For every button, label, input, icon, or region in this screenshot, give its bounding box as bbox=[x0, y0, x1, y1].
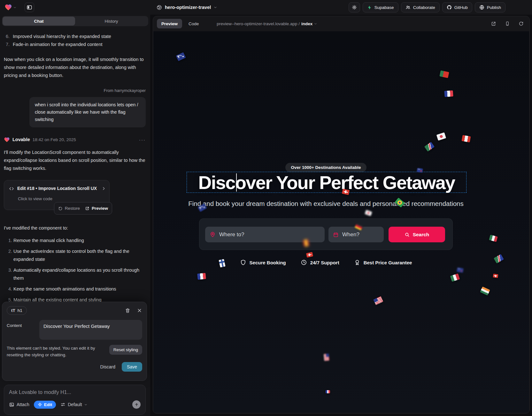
location-pin-icon bbox=[210, 231, 216, 238]
sidebar-panel-icon bbox=[27, 4, 32, 10]
editor-note: This element can't be styled. You can ed… bbox=[7, 345, 109, 358]
editor-header: tT h1 bbox=[7, 306, 142, 315]
list-item-text: Fade-in animation for the expanded conte… bbox=[13, 41, 103, 49]
chat-sidebar: Chat History 6. Improved visual hierarch… bbox=[0, 15, 150, 416]
save-button[interactable]: Save bbox=[122, 362, 142, 372]
top-bar: hero-optimizer-travel Supabase bbox=[0, 0, 532, 15]
image-icon bbox=[9, 402, 14, 407]
lovable-heart-icon bbox=[4, 4, 12, 11]
user-message-bubble: when i scroll into the individual locati… bbox=[29, 97, 146, 127]
supabase-bolt-icon bbox=[367, 5, 372, 10]
settings-button[interactable] bbox=[349, 2, 360, 12]
edit-mode-button[interactable]: Edit bbox=[34, 401, 56, 409]
typography-icon: tT bbox=[11, 308, 15, 313]
tab-code[interactable]: Code bbox=[184, 19, 203, 28]
refresh-icon[interactable] bbox=[519, 21, 524, 26]
content-textarea[interactable]: Discover Your Perfect Getaway bbox=[39, 320, 142, 340]
mode-label: Default bbox=[68, 402, 82, 407]
tab-chat[interactable]: Chat bbox=[3, 17, 75, 26]
url-host: preview--hero-optimizer-travel.lovable.a… bbox=[217, 21, 300, 26]
editor-actions: Discard Save bbox=[7, 362, 142, 372]
h1-selection-outline[interactable]: Discover Your Perfect Getaway bbox=[187, 172, 466, 193]
flag-pt-icon bbox=[439, 70, 449, 78]
message-timestamp: 18:42 on Feb 20, 2025 bbox=[33, 136, 76, 144]
flag-us-icon bbox=[373, 296, 383, 305]
composer-input[interactable]: Ask Lovable to modify H1... bbox=[9, 390, 141, 395]
sidebar-tabs: Chat History bbox=[2, 16, 148, 26]
chevron-down-icon bbox=[214, 6, 217, 9]
search-panel: Where to? When? Search bbox=[199, 218, 453, 250]
step-item: Keep the same smooth animations and tran… bbox=[13, 285, 146, 293]
preview-toolbar-icons bbox=[491, 21, 524, 26]
flag-au-icon bbox=[176, 52, 186, 61]
calendar-icon bbox=[333, 232, 339, 238]
assistant-paragraph: Now when you click on a location image, … bbox=[4, 56, 146, 79]
mode-selector[interactable]: Default bbox=[60, 402, 87, 407]
chat-scroll-area[interactable]: 6. Improved visual hierarchy in the expa… bbox=[4, 29, 146, 302]
content-label: Content bbox=[7, 320, 35, 340]
destinations-badge-wrap: Over 1000+ Destinations Available bbox=[153, 163, 498, 172]
chevron-right-icon bbox=[102, 186, 106, 191]
close-icon[interactable] bbox=[137, 308, 142, 313]
where-placeholder: Where to? bbox=[219, 231, 244, 238]
supabase-button[interactable]: Supabase bbox=[363, 2, 398, 12]
project-switcher[interactable]: hero-optimizer-travel bbox=[157, 0, 217, 15]
feature-label: Best Price Guarantee bbox=[364, 260, 412, 265]
send-button[interactable] bbox=[132, 400, 141, 409]
lovable-app-window: hero-optimizer-travel Supabase bbox=[0, 0, 532, 416]
assistant-message-header: Lovable 18:42 on Feb 20, 2025 ··· bbox=[4, 136, 146, 144]
mobile-view-icon[interactable] bbox=[505, 21, 510, 26]
step-item: Automatically expand/collapse locations … bbox=[13, 266, 146, 282]
github-button[interactable]: GitHub bbox=[442, 2, 472, 12]
edit-card-title: Edit #18 • Improve Location Scroll UX bbox=[17, 185, 97, 193]
assistant-name: Lovable bbox=[12, 136, 30, 144]
destinations-badge: Over 1000+ Destinations Available bbox=[285, 163, 366, 172]
feature-support: 24/7 Support bbox=[301, 259, 339, 266]
flag-za-icon bbox=[424, 142, 435, 151]
restore-button[interactable]: Restore bbox=[58, 204, 80, 212]
list-item-text: Improved visual hierarchy in the expande… bbox=[13, 33, 111, 41]
list-item-number: 7. bbox=[4, 41, 10, 49]
restore-icon bbox=[58, 206, 63, 211]
flag-fr-icon bbox=[326, 390, 330, 393]
chat-composer: Ask Lovable to modify H1... Attach Edit bbox=[4, 385, 146, 415]
search-button[interactable]: Search bbox=[389, 227, 445, 242]
assistant-paragraph: I'll modify the LocationScroll component… bbox=[4, 148, 146, 172]
open-external-icon[interactable] bbox=[491, 21, 496, 26]
arrow-up-icon bbox=[135, 403, 139, 407]
reset-styling-button[interactable]: Reset styling bbox=[109, 345, 142, 355]
flag-fr-icon bbox=[444, 90, 453, 97]
attach-button[interactable]: Attach bbox=[9, 402, 29, 407]
discard-button[interactable]: Discard bbox=[100, 364, 115, 369]
collaborate-button[interactable]: Collaborate bbox=[401, 2, 440, 12]
tab-history[interactable]: History bbox=[75, 17, 148, 26]
tab-preview[interactable]: Preview bbox=[157, 19, 182, 28]
flag-mx-icon bbox=[489, 235, 498, 242]
restore-preview-toolbar: Restore Preview bbox=[54, 202, 112, 215]
edit-version-card[interactable]: Edit #18 • Improve Location Scroll UX Cl… bbox=[4, 180, 110, 210]
flag-nz-icon bbox=[417, 168, 423, 173]
project-name: hero-optimizer-travel bbox=[165, 5, 211, 10]
preview-url[interactable]: preview--hero-optimizer-travel.lovable.a… bbox=[217, 21, 317, 26]
list-item-number: 6. bbox=[4, 33, 10, 41]
publish-button[interactable]: Publish bbox=[475, 2, 505, 12]
flag-ca-icon bbox=[462, 135, 471, 142]
flag-us-icon bbox=[324, 353, 329, 361]
github-label: GitHub bbox=[454, 5, 468, 10]
when-input[interactable]: When? bbox=[328, 227, 384, 242]
trash-icon[interactable] bbox=[125, 308, 130, 313]
element-tag-pill[interactable]: tT h1 bbox=[7, 306, 27, 315]
chevron-down-icon bbox=[13, 6, 16, 9]
editor-content-row: Content Discover Your Perfect Getaway bbox=[7, 320, 142, 340]
composer-toolbar: Attach Edit Default bbox=[9, 400, 141, 409]
element-tag: h1 bbox=[18, 308, 22, 313]
features-row: Secure Booking 24/7 Support Best Price G… bbox=[153, 259, 498, 266]
step-item: Remove the manual click handling bbox=[13, 237, 146, 245]
preview-version-button[interactable]: Preview bbox=[85, 204, 108, 212]
lovable-logo-menu[interactable] bbox=[4, 4, 16, 11]
publish-label: Publish bbox=[487, 5, 501, 10]
edit-card-subtitle: Click to view code bbox=[18, 195, 105, 203]
flag-fr-icon bbox=[197, 273, 206, 280]
sidebar-toggle-button[interactable] bbox=[25, 3, 34, 12]
message-menu-button[interactable]: ··· bbox=[139, 136, 146, 144]
